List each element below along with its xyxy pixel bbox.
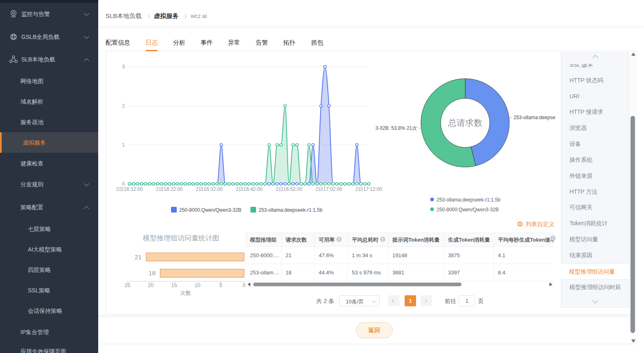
svg-text:1: 1 [122, 142, 125, 148]
svg-text:2日16:32:00: 2日16:32:00 [196, 186, 223, 192]
svg-text:253-ollama:deepseek-r1:1.5b: 253-ollama:deepseek-r1:1.5b [259, 207, 322, 213]
svg-text:0: 0 [122, 181, 125, 187]
svg-text:250-8000:Qwen/Qwen3-32B: 250-8000:Qwen/Qwen3-32B [437, 207, 499, 213]
svg-text:18: 18 [149, 269, 155, 276]
svg-text:2日16:42:00: 2日16:42:00 [236, 186, 263, 192]
svg-text:0: 0 [243, 282, 245, 288]
svg-text:253-ollama:deepseek-r1:1.5b: 253-ollama:deepseek-r1:1.5b [437, 197, 500, 203]
svg-text:2日17:12:00: 2日17:12:00 [356, 186, 383, 192]
svg-text:253-ollama:deepse: 253-ollama:deepse [513, 115, 555, 120]
svg-text:25: 25 [124, 282, 130, 288]
svg-text:21: 21 [135, 253, 142, 260]
svg-text:2: 2 [122, 103, 125, 109]
svg-text:3: 3 [122, 64, 125, 70]
svg-text:次数: 次数 [180, 290, 191, 296]
svg-text:2日17:02:00: 2日17:02:00 [315, 186, 342, 192]
svg-text:2日16:52:00: 2日16:52:00 [276, 186, 303, 192]
svg-text:20: 20 [148, 282, 153, 288]
svg-text:3-32B: 53.8% 21次: 3-32B: 53.8% 21次 [376, 125, 417, 131]
svg-text:模型推理组访问量统计图: 模型推理组访问量统计图 [143, 234, 219, 242]
svg-text:15: 15 [171, 282, 177, 288]
svg-text:总请求数: 总请求数 [448, 118, 482, 127]
svg-text:250-8000:Qwen/Qwen3-32B: 250-8000:Qwen/Qwen3-32B [179, 207, 241, 213]
svg-text:5: 5 [219, 282, 222, 288]
svg-text:2日16:22:00: 2日16:22:00 [156, 186, 183, 192]
svg-text:2日16:12:00: 2日16:12:00 [116, 186, 143, 192]
svg-text:列表自定义: 列表自定义 [525, 221, 554, 227]
svg-text:10: 10 [194, 282, 200, 288]
